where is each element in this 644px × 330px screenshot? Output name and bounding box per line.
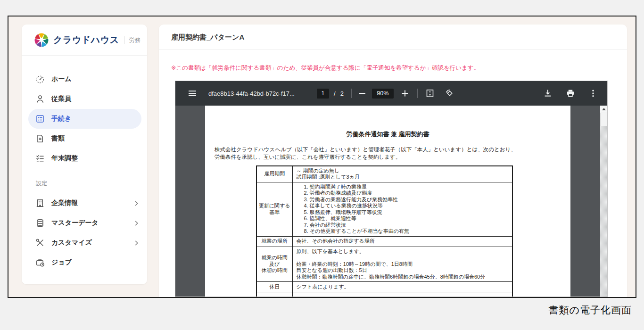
page-number-input[interactable]: 1: [317, 89, 329, 99]
more-vert-icon: [588, 89, 598, 98]
gauge-icon: [35, 74, 45, 84]
table-row: 休日 シフト表によります。: [256, 282, 512, 292]
page-total: 2: [340, 90, 344, 97]
row-label: 就業の場所: [256, 236, 292, 247]
chevron-right-icon: [134, 240, 139, 246]
row-content: シフト表によります。: [292, 282, 512, 292]
minus-icon: [359, 93, 365, 94]
pdf-viewer: dfae8b13-44fa-42bd-b72c-f17... 1 / 2 90%: [175, 81, 608, 297]
print-icon: [566, 89, 575, 98]
pdf-filename: dfae8b13-44fa-42bd-b72c-f17...: [208, 90, 295, 97]
zoom-level: 90%: [372, 89, 394, 99]
contract-title: 労働条件通知書 兼 雇用契約書: [215, 130, 561, 139]
app-window-frame: クラウドハウス 労務 ホーム 従業員: [8, 16, 636, 298]
database-icon: [35, 218, 45, 228]
page-separator: /: [334, 90, 336, 97]
more-options-button[interactable]: [588, 89, 598, 98]
sidebar-item-customize[interactable]: カスタマイズ: [22, 233, 147, 253]
row-content: 会社、その他会社の指定する場所: [292, 236, 512, 247]
row-label: 休暇: [256, 292, 292, 297]
contract-intro: 株式会社クラウドハウスヘルプ（以下「会社」といいます）と管理者花子（以下「本人」…: [215, 146, 520, 161]
sidebar-item-label: カスタマイズ: [51, 239, 92, 247]
sidebar-item-company-info[interactable]: 企業情報: [22, 193, 147, 213]
main-nav: ホーム 従業員 手続き: [22, 56, 147, 272]
row-label: 更新に関する 基準: [256, 182, 292, 236]
settings-section-label: 設定: [36, 180, 147, 188]
building-icon: [35, 198, 45, 208]
product-name: 労務: [124, 36, 140, 44]
row-label: 休日: [256, 282, 292, 292]
zoom-in-button[interactable]: [400, 89, 410, 98]
row-content: 原則、以下を基本とします。 始業・終業の時刻：10時～19時の間で、1日8時間 …: [292, 247, 512, 282]
chevron-right-icon: [134, 220, 139, 226]
download-icon: [543, 89, 553, 98]
notice-text: ※この書類は「就労条件に関する書類」のため、従業員が合意する際に「電子通知を希望…: [171, 64, 615, 72]
zoom-out-button[interactable]: [359, 93, 365, 94]
print-button[interactable]: [566, 89, 575, 98]
flower-logo-icon: [34, 33, 49, 48]
procedures-list-icon: [35, 114, 45, 124]
sidebar-item-label: 従業員: [51, 95, 71, 103]
sidebar-item-jobs[interactable]: ジョブ: [22, 253, 147, 272]
checklist-icon: [35, 154, 45, 163]
sidebar-item-label: 書類: [51, 134, 65, 143]
scrollbar-track[interactable]: [600, 126, 607, 297]
sidebar-item-procedures[interactable]: 手続き: [28, 109, 141, 129]
row-content: ～ 期間の定め無し 試用期間 :原則として3ヵ月: [292, 166, 512, 182]
fit-page-button[interactable]: [425, 89, 435, 98]
screenshot-caption: 書類の電子化画面: [549, 304, 632, 317]
sidebar-item-label: 年末調整: [51, 154, 78, 163]
row-content: 1. 契約期間満了時の業務量 2. 労働者の勤務成績及び態度 3. 労働者の業務…: [292, 182, 512, 236]
pdf-scrollbar[interactable]: [600, 106, 607, 297]
sidebar-item-master-data[interactable]: マスターデータ: [22, 213, 147, 233]
sidebar-item-label: ジョブ: [51, 258, 72, 267]
contract-table: 雇用期間 ～ 期間の定め無し 試用期間 :原則として3ヵ月 更新に関する 基準 …: [256, 165, 513, 297]
table-row: 更新に関する 基準 1. 契約期間満了時の業務量 2. 労働者の勤務成績及び態度…: [256, 182, 512, 236]
document-icon: [35, 134, 45, 143]
scrollbar-thumb[interactable]: [600, 113, 607, 126]
pdf-toolbar: dfae8b13-44fa-42bd-b72c-f17... 1 / 2 90%: [175, 81, 607, 106]
fit-page-icon: [425, 89, 435, 98]
plus-icon: [400, 89, 410, 98]
sidebar: クラウドハウス 労務 ホーム 従業員: [22, 25, 147, 284]
table-row: 就業の場所 会社、その他会社の指定する場所: [256, 236, 512, 247]
toolbar-divider: [417, 89, 418, 98]
sidebar-item-yearend[interactable]: 年末調整: [22, 148, 147, 168]
rotate-icon: [445, 89, 454, 98]
brand-name: クラウドハウス: [53, 34, 119, 46]
menu-icon[interactable]: [188, 89, 197, 98]
person-icon: [35, 94, 45, 104]
scrollbar-up-button[interactable]: [600, 106, 607, 113]
sidebar-item-employees[interactable]: 従業員: [22, 89, 147, 109]
main-content: 雇用契約書_パターンA ※この書類は「就労条件に関する書類」のため、従業員が合意…: [159, 25, 627, 297]
row-content: 1. 年次有給休暇 就業規則32条の定めによります。 2. その他の休暇 会社が…: [292, 292, 512, 297]
sidebar-item-label: ホーム: [51, 75, 72, 83]
scroll-up-icon: [602, 108, 606, 110]
chevron-right-icon: [134, 200, 139, 206]
logo: クラウドハウス 労務: [22, 25, 147, 56]
sidebar-item-label: マスターデータ: [51, 219, 99, 227]
sidebar-item-label: 手続き: [51, 115, 71, 123]
download-button[interactable]: [543, 89, 553, 98]
table-row: 就業の時間 及び 休憩の時間 原則、以下を基本とします。 始業・終業の時刻：10…: [256, 247, 512, 282]
tools-icon: [35, 238, 45, 248]
pdf-page: 労働条件通知書 兼 雇用契約書 株式会社クラウドハウスヘルプ（以下「会社」といい…: [205, 106, 570, 297]
table-row: 休暇 1. 年次有給休暇 就業規則32条の定めによります。 2. その他の休暇 …: [256, 292, 512, 297]
table-row: 雇用期間 ～ 期間の定め無し 試用期間 :原則として3ヵ月: [256, 166, 512, 182]
toolbar-divider: [351, 89, 352, 98]
rotate-button[interactable]: [445, 89, 454, 98]
sidebar-item-documents[interactable]: 書類: [22, 129, 147, 148]
row-label: 就業の時間 及び 休憩の時間: [256, 247, 292, 282]
row-label: 雇用期間: [256, 166, 292, 182]
sidebar-item-label: 企業情報: [51, 199, 78, 207]
sidebar-item-home[interactable]: ホーム: [22, 69, 147, 89]
pdf-canvas: 労働条件通知書 兼 雇用契約書 株式会社クラウドハウスヘルプ（以下「会社」といい…: [175, 106, 607, 297]
page-title: 雇用契約書_パターンA: [159, 25, 627, 50]
briefcase-clock-icon: [35, 258, 45, 267]
